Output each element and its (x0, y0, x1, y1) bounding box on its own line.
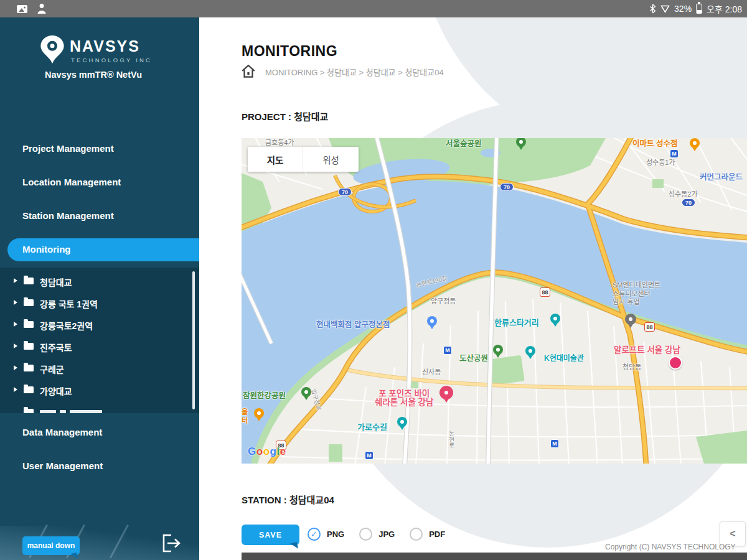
google-logo[interactable]: Google (248, 446, 286, 458)
monitoring-tree: 청담대교 강릉 국토 1권역 강릉국토2권역 진주국토 구례군 가양대교 (0, 268, 199, 413)
folder-icon (24, 343, 34, 350)
tree-item-gayang-bridge[interactable]: 가양대교 (0, 381, 199, 399)
sidebar-item-monitoring-active[interactable]: Monitoring (7, 238, 199, 261)
subway-station-icon: M (443, 346, 452, 355)
radio-pdf-label: PDF (429, 530, 445, 539)
map-button[interactable]: 지도 (248, 147, 303, 172)
route-70-shield-icon: 70 (682, 198, 695, 207)
project-line: PROJECT : 청담대교 (242, 110, 328, 123)
attraction-pin-icon[interactable] (397, 417, 407, 427)
radio-jpg[interactable] (359, 528, 372, 541)
radio-png[interactable]: ✓ (308, 528, 321, 541)
map-label-sm-entertainment: SM엔터테인먼트 스튜디오센터 임시 휴업 (613, 281, 660, 307)
sidebar-item-data-management[interactable]: Data Management (22, 427, 102, 437)
hotel-pin-icon[interactable] (439, 386, 453, 399)
map-label-dosan-park: 도산공원 (459, 355, 488, 363)
clock: 오후 2:08 (707, 2, 742, 15)
battery-icon (696, 4, 702, 14)
no-signal-icon (660, 5, 670, 13)
map-canvas (242, 138, 747, 464)
sidebar-item-station-management[interactable]: Station Management (22, 210, 114, 221)
map-label-aloft-seoul: 알로프트 서울 강남 (614, 346, 680, 355)
station-label: STATION : (242, 495, 287, 505)
tree-item-gurye[interactable]: 구례군 (0, 360, 199, 377)
folder-icon (24, 278, 34, 284)
tree-item-label: 구례군 (40, 363, 64, 375)
expand-arrow-icon[interactable] (14, 387, 17, 392)
map-label-emart-seongsu: 이마트 성수점 (632, 140, 677, 149)
subway-station-icon: M (550, 439, 559, 448)
shopping-pin-icon[interactable] (427, 316, 437, 326)
satellite-button[interactable]: 위성 (303, 147, 359, 172)
format-radio-group: ✓ PNG JPG PDF (308, 528, 454, 541)
radio-pdf[interactable] (410, 528, 423, 541)
folder-icon (24, 386, 34, 393)
expand-arrow-icon[interactable] (14, 322, 17, 327)
radio-jpg-label: JPG (378, 530, 395, 539)
usb-user-icon (37, 3, 47, 14)
folder-icon (24, 409, 34, 413)
product-name: Navsys mmTR® NetVu (45, 70, 142, 80)
attraction-pin-icon[interactable] (550, 314, 560, 324)
tree-item-cheongdam-bridge[interactable]: 청담대교 (0, 273, 199, 290)
google-map[interactable]: 지도 위성 금호동4가 서울숲공원 이마트 성수점 성수동1가 커먼그라운드 성… (242, 138, 747, 464)
map-label-seongsu1ga: 성수동1가 (646, 159, 675, 167)
tree-item-gangneung-2[interactable]: 강릉국토2권역 (0, 316, 199, 334)
breadcrumb-path[interactable]: MONITORING > 청담대교 > 청담대교 > 청담대교04 (265, 66, 444, 78)
closed-place-pin-icon[interactable] (625, 314, 636, 325)
route-70-shield-icon: 70 (500, 183, 514, 191)
expand-arrow-icon[interactable] (14, 278, 17, 283)
copyright-text: Copyright (C) NAVSYS TECHNOLOGY (605, 543, 747, 551)
tree-item-label: 청담대교 (40, 276, 72, 288)
sidebar: NAVSYS TECHNOLOGY INC Navsys mmTR® NetVu… (0, 17, 199, 560)
system-status-cluster: 32% 오후 2:08 (649, 0, 742, 17)
folder-icon (24, 321, 34, 328)
map-label-four-points-sheraton: 포 포인츠 바이 쉐라톤 서울 강남 (375, 390, 433, 406)
tree-item-label: 진주국토 (40, 341, 72, 353)
radio-png-label: PNG (327, 530, 344, 539)
tree-item-partial[interactable] (0, 404, 199, 413)
android-status-bar: 32% 오후 2:08 (0, 0, 747, 17)
sidebar-item-location-management[interactable]: Location Management (22, 177, 121, 187)
project-value: 청담대교 (294, 111, 328, 122)
tree-item-gangneung-1[interactable]: 강릉 국토 1권역 (0, 294, 199, 312)
store-pin-icon[interactable] (690, 138, 700, 148)
sidebar-item-project-management[interactable]: Project Management (22, 143, 114, 154)
manual-download-button[interactable]: manual down (22, 536, 80, 555)
clipped-text (40, 410, 56, 413)
map-label-k-museum: K현대미술관 (544, 355, 584, 363)
museum-pin-icon[interactable] (525, 346, 535, 356)
tree-item-label: 가양대교 (40, 385, 72, 397)
station-value: 청담대교04 (289, 495, 334, 505)
check-icon: ✓ (311, 530, 317, 539)
map-label-apgujeongdong: 압구정동 (431, 297, 456, 306)
subway-station-icon: M (365, 451, 374, 460)
map-label-hallyu-star-street: 한류스타거리 (494, 319, 539, 327)
expand-arrow-icon[interactable] (14, 300, 17, 305)
page-title: MONITORING (242, 43, 337, 60)
folder-icon (24, 299, 34, 306)
logout-icon (160, 533, 181, 553)
expand-arrow-icon[interactable] (14, 365, 17, 370)
park-pin-icon[interactable] (493, 345, 503, 355)
map-label-sinsadong: 신사동 (422, 368, 441, 377)
expand-arrow-icon[interactable] (14, 343, 17, 348)
notification-icons (16, 3, 47, 14)
hotel-badge-icon[interactable] (669, 356, 682, 370)
sidebar-item-user-management[interactable]: User Management (22, 460, 103, 471)
route-88-shield-icon: 88 (644, 322, 655, 332)
tree-item-jinju[interactable]: 진주국토 (0, 338, 199, 355)
map-label-seoul-forest: 서울숲공원 (446, 140, 482, 149)
cafe-pin-icon[interactable] (254, 408, 264, 418)
tree-scrollbar[interactable] (192, 271, 195, 409)
logout-button[interactable] (159, 533, 182, 555)
map-label-nonhyeonro: 논현로 (447, 431, 456, 449)
route-70-shield-icon: 70 (338, 188, 352, 196)
save-button[interactable]: SAVE (242, 525, 299, 545)
logo-subtitle: TECHNOLOGY INC (71, 57, 152, 63)
map-label-edge-fragment: 울 터 (242, 408, 248, 425)
home-icon[interactable] (240, 63, 256, 80)
clipped-text (60, 410, 66, 413)
park-pin-icon[interactable] (301, 387, 311, 397)
map-label-garosugil: 가로수길 (357, 423, 387, 432)
